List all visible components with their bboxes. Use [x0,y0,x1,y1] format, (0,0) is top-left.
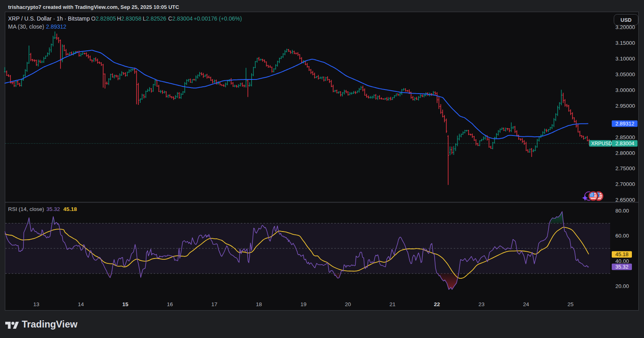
svg-text:trishacrypto7 created with Tra: trishacrypto7 created with TradingView.c… [8,4,179,10]
svg-text:35.32: 35.32 [615,264,629,270]
svg-text:RSI (14, close)35.3245.18: RSI (14, close)35.3245.18 [8,206,77,212]
svg-text:17: 17 [211,301,217,307]
svg-text:16: 16 [167,301,173,307]
svg-text:3.00000: 3.00000 [615,87,635,93]
svg-text:2.89312: 2.89312 [615,121,634,127]
svg-text:22: 22 [434,301,440,307]
svg-text:2.75000: 2.75000 [615,165,635,171]
svg-text:13: 13 [33,301,39,307]
svg-text:3.15000: 3.15000 [615,40,635,46]
svg-text:TradingView: TradingView [22,319,78,330]
svg-text:20: 20 [345,301,351,307]
svg-text:3.10000: 3.10000 [615,56,635,62]
svg-text:60.00: 60.00 [615,233,629,239]
svg-text:USD: USD [621,17,631,23]
svg-text:3.05000: 3.05000 [615,71,635,77]
svg-text:21: 21 [390,301,396,307]
svg-text:80.00: 80.00 [615,208,629,214]
svg-text:2.70000: 2.70000 [615,181,635,187]
svg-text:45.18: 45.18 [615,251,629,257]
svg-text:2.85000: 2.85000 [615,134,635,140]
svg-text:2.80000: 2.80000 [615,150,635,156]
svg-text:15: 15 [122,301,129,307]
svg-text:40.00: 40.00 [615,258,629,264]
svg-text:24: 24 [523,301,529,307]
svg-text:19: 19 [300,301,306,307]
svg-text:2.95000: 2.95000 [615,103,635,109]
svg-text:2.83004: 2.83004 [615,140,634,146]
svg-text:25: 25 [567,301,573,307]
svg-text:XRPUSD: XRPUSD [591,141,612,146]
svg-text:14: 14 [78,301,84,307]
svg-text:20.00: 20.00 [615,283,629,289]
svg-text:XRP / U.S. Dollar · 1h · Bitst: XRP / U.S. Dollar · 1h · BitstampO2.8280… [8,15,242,22]
svg-text:2.65000: 2.65000 [615,197,635,203]
svg-text:MA (30, close)2.89312: MA (30, close)2.89312 [8,23,67,30]
svg-text:18: 18 [256,301,262,307]
svg-text:23: 23 [478,301,484,307]
